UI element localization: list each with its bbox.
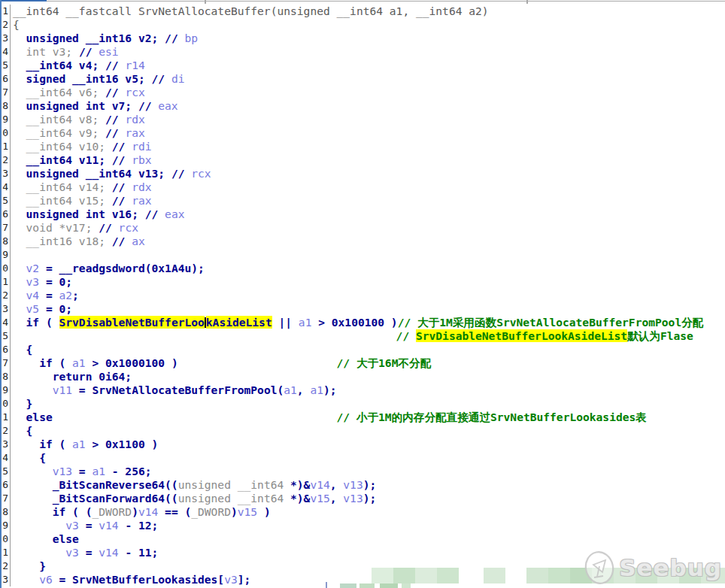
variable-token[interactable]: bp <box>184 32 198 44</box>
variable-token[interactable]: v5 <box>13 302 39 315</box>
variable-token[interactable]: v14 <box>310 478 329 491</box>
code-text[interactable]: _BitScanForward64((unsigned __int64 *)&v… <box>11 492 376 505</box>
variable-token[interactable]: v3 <box>13 275 39 288</box>
code-text[interactable]: unsigned int v7; // eax <box>11 99 178 113</box>
variable-token[interactable]: v3 <box>13 519 79 532</box>
keyword-token: if ( <box>13 316 59 329</box>
code-text[interactable]: __int64 v10; // rdi <box>11 140 152 153</box>
code-text[interactable]: if ( (_DWORD)v14 == (_DWORD)v15 ) <box>11 505 271 519</box>
code-text[interactable]: __int64 __fastcall SrvNetAllocateBuffer(… <box>11 5 489 18</box>
code-text[interactable]: v13 = a1 - 256; <box>11 465 152 478</box>
code-text[interactable]: else <box>11 532 79 546</box>
code-text[interactable]: // SrvDisableNetBufferLookAsideList默认为Fl… <box>11 329 693 343</box>
keyword-token: = <box>39 289 59 302</box>
variable-token[interactable]: v14 <box>99 519 118 532</box>
code-text[interactable]: __int64 v8; // rdx <box>11 113 145 126</box>
variable-token[interactable]: rcx <box>125 86 144 99</box>
highlighted-token[interactable]: SrvDisableNetBufferLookAsideList <box>416 329 627 342</box>
highlighted-token[interactable]: kAsideList <box>206 316 272 329</box>
variable-token[interactable]: a1 <box>299 316 312 329</box>
code-text[interactable]: } <box>11 559 46 573</box>
variable-token[interactable]: rax <box>125 126 144 139</box>
code-line: 6 { <box>2 343 725 356</box>
code-text[interactable]: unsigned __int16 v2; // bp <box>11 32 198 45</box>
code-text[interactable]: __int64 v6; // rcx <box>11 86 145 99</box>
variable-token[interactable]: eax <box>165 208 184 220</box>
code-text[interactable]: int v3; // esi <box>11 45 119 59</box>
pseudocode-editor[interactable]: 1__int64 __fastcall SrvNetAllocateBuffer… <box>2 5 725 588</box>
variable-token[interactable]: esi <box>99 45 118 58</box>
code-text[interactable]: __int64 v14; // rdx <box>11 180 152 194</box>
variable-token[interactable]: a2 <box>59 289 73 302</box>
variable-token[interactable]: v3 <box>224 573 238 586</box>
code-text[interactable]: v6 = SrvNetBufferLookasides[v3]; <box>11 573 250 586</box>
code-text[interactable]: if ( SrvDisableNetBufferLookAsideList ||… <box>11 316 703 329</box>
variable-token[interactable]: v13 <box>343 478 362 491</box>
code-line: 0 } <box>2 397 725 411</box>
line-number: 2 <box>2 289 11 302</box>
code-text[interactable]: v4 = a2; <box>11 289 79 302</box>
code-text[interactable]: v5 = 0; <box>11 302 72 316</box>
line-number: 6 <box>2 343 11 356</box>
variable-token[interactable]: di <box>171 72 185 85</box>
code-text[interactable]: v11 = SrvNetAllocateBufferFromPool(a1, a… <box>11 383 337 397</box>
code-text[interactable]: unsigned __int64 v13; // rcx <box>11 167 211 180</box>
line-number: 6 <box>2 72 11 86</box>
code-line: 8 if ( (_DWORD)v14 == (_DWORD)v15 ) <box>2 505 725 519</box>
variable-token[interactable]: v15 <box>238 505 257 518</box>
variable-token[interactable]: v2 <box>13 262 39 274</box>
code-text[interactable]: if ( a1 > 0x1100 ) <box>11 438 158 451</box>
variable-token[interactable]: rdx <box>132 180 151 193</box>
keyword-token: if ( <box>13 356 72 369</box>
variable-token[interactable]: a1 <box>72 356 86 369</box>
variable-token[interactable]: a1 <box>284 383 297 396</box>
code-text[interactable]: { <box>11 451 46 465</box>
variable-token[interactable]: v6 <box>13 573 53 586</box>
code-text[interactable]: __int64 v15; // rax <box>11 194 152 208</box>
highlighted-token[interactable]: SrvDisableNetBufferLoo <box>59 316 205 329</box>
code-text[interactable]: return 0i64; <box>11 370 132 383</box>
variable-token[interactable]: eax <box>158 99 177 112</box>
keyword-token: // <box>99 221 118 234</box>
variable-token[interactable]: rcx <box>119 221 138 234</box>
variable-token[interactable]: v15 <box>310 492 329 505</box>
variable-token[interactable]: v13 <box>343 492 362 505</box>
code-text[interactable]: else // 小于1M的内存分配直接通过SrvNetBufferLookasi… <box>11 411 647 424</box>
variable-token[interactable]: ax <box>132 235 145 247</box>
variable-token[interactable]: a1 <box>92 465 105 477</box>
code-text[interactable]: __int64 v9; // rax <box>11 126 145 140</box>
code-line: 5 // SrvDisableNetBufferLookAsideList默认为… <box>2 329 725 343</box>
variable-token[interactable]: v4 <box>13 289 39 302</box>
variable-token[interactable]: rdi <box>132 140 151 153</box>
variable-token[interactable]: r14 <box>125 59 144 71</box>
code-text[interactable]: v2 = __readgsdword(0x1A4u); <box>11 262 205 275</box>
variable-token[interactable]: v14 <box>99 546 118 559</box>
code-text[interactable]: void *v17; // rcx <box>11 221 138 235</box>
variable-token[interactable]: a1 <box>72 438 86 450</box>
variable-token[interactable]: rcx <box>191 167 211 180</box>
code-text[interactable]: __int64 v11; // rbx <box>11 153 152 167</box>
code-text[interactable]: __int16 v18; // ax <box>11 235 145 248</box>
variable-token[interactable]: v13 <box>13 465 72 477</box>
code-text[interactable]: _BitScanReverse64((unsigned __int64 *)&v… <box>11 478 376 492</box>
code-text[interactable]: if ( a1 > 0x1000100 ) // 大于16M不分配 <box>11 356 431 370</box>
variable-token[interactable]: rdx <box>125 113 144 126</box>
variable-token[interactable]: v14 <box>138 505 158 518</box>
variable-token[interactable]: rax <box>132 194 151 207</box>
variable-token[interactable]: v3 <box>13 546 79 559</box>
code-text[interactable]: { <box>11 343 32 356</box>
variable-token[interactable]: v11 <box>13 383 72 396</box>
code-text[interactable] <box>11 248 13 262</box>
code-text[interactable]: } <box>11 397 32 411</box>
code-text[interactable]: signed __int16 v5; // di <box>11 72 184 86</box>
variable-token[interactable]: a1 <box>310 383 323 396</box>
code-text[interactable]: { <box>11 18 20 32</box>
code-text[interactable]: unsigned int v16; // eax <box>11 208 184 221</box>
code-text[interactable]: v3 = v14 - 11; <box>11 546 158 559</box>
variable-token[interactable]: rbx <box>132 153 151 166</box>
code-text[interactable]: v3 = 0; <box>11 275 72 289</box>
code-text[interactable]: __int64 v4; // r14 <box>11 59 145 72</box>
comment-token: 默认为Flase <box>627 329 693 342</box>
code-text[interactable]: v3 = v14 - 12; <box>11 519 158 532</box>
code-text[interactable]: { <box>11 424 32 438</box>
